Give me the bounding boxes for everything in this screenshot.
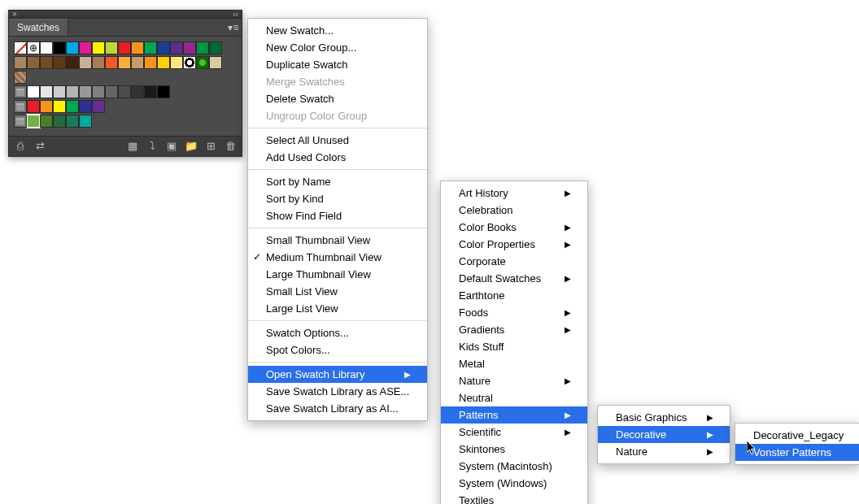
menu-item[interactable]: Save Swatch Library as AI... <box>248 400 427 417</box>
menu-item[interactable]: System (Macintosh) <box>441 458 587 475</box>
collapse-icon[interactable]: ‹‹ <box>233 10 238 19</box>
swatch[interactable] <box>40 56 53 69</box>
swatch-none[interactable] <box>14 41 27 54</box>
menu-item[interactable]: Small List View <box>248 283 427 300</box>
swatch[interactable] <box>157 85 170 98</box>
panel-menu-icon[interactable]: ▾≡ <box>225 22 242 33</box>
swatch-pattern[interactable] <box>14 71 27 84</box>
new-color-group-icon[interactable]: ▣ <box>165 140 178 153</box>
swatch[interactable] <box>92 41 105 54</box>
menu-item[interactable]: Decorative▶ <box>598 426 730 443</box>
menu-item[interactable]: Kids Stuff <box>441 338 587 355</box>
swatch-registration[interactable]: ⊕ <box>27 41 40 54</box>
show-list-icon[interactable]: ▦ <box>126 140 139 153</box>
menu-item[interactable]: Patterns▶ <box>441 406 587 424</box>
swatch[interactable] <box>66 100 79 113</box>
swatch[interactable] <box>66 115 79 128</box>
menu-item[interactable]: Nature▶ <box>441 372 587 389</box>
swatch-libraries-icon[interactable]: ⎙ <box>14 140 27 153</box>
swatch[interactable] <box>209 56 222 69</box>
swatch[interactable] <box>79 85 92 98</box>
menu-item[interactable]: Sort by Kind <box>248 190 427 207</box>
swatch[interactable] <box>92 85 105 98</box>
menu-item[interactable]: Default Swatches▶ <box>441 270 587 287</box>
swatch[interactable] <box>131 85 144 98</box>
menu-item[interactable]: Select All Unused <box>248 132 427 149</box>
swatch[interactable] <box>105 85 118 98</box>
swatch[interactable] <box>118 85 131 98</box>
menu-item[interactable]: Foods▶ <box>441 304 587 321</box>
close-icon[interactable]: × <box>12 10 17 19</box>
menu-item[interactable]: Skintones <box>441 441 587 458</box>
menu-item[interactable]: Color Books▶ <box>441 219 587 236</box>
swatch[interactable] <box>183 41 196 54</box>
menu-item[interactable]: Metal <box>441 355 587 372</box>
menu-item[interactable]: Gradients▶ <box>441 321 587 338</box>
swatch[interactable] <box>209 41 222 54</box>
swatch[interactable] <box>79 115 92 128</box>
swatch-pattern[interactable] <box>196 56 209 69</box>
swatch[interactable] <box>157 56 170 69</box>
swatch[interactable] <box>170 41 183 54</box>
menu-item[interactable]: Show Find Field <box>248 207 427 224</box>
swatch[interactable] <box>27 115 40 128</box>
menu-item[interactable]: Corporate <box>441 253 587 270</box>
menu-item[interactable]: Basic Graphics▶ <box>598 409 730 426</box>
swatch[interactable] <box>92 100 105 113</box>
swatch[interactable] <box>105 56 118 69</box>
swatch[interactable] <box>40 41 53 54</box>
swatch[interactable] <box>40 115 53 128</box>
menu-item[interactable]: Scientific▶ <box>441 424 587 441</box>
swatch[interactable] <box>53 41 66 54</box>
menu-item[interactable]: Add Used Colors <box>248 149 427 166</box>
swatch[interactable] <box>118 41 131 54</box>
menu-item[interactable]: Open Swatch Library▶ <box>248 366 427 383</box>
color-group-folder-icon[interactable] <box>14 100 27 113</box>
menu-item[interactable]: Art History▶ <box>441 185 587 202</box>
swatch[interactable] <box>196 41 209 54</box>
swatch[interactable] <box>118 56 131 69</box>
menu-item[interactable]: Spot Colors... <box>248 341 427 358</box>
swatch[interactable] <box>53 56 66 69</box>
swatch[interactable] <box>40 100 53 113</box>
swatch[interactable] <box>53 100 66 113</box>
menu-item[interactable]: New Color Group... <box>248 39 427 56</box>
swatch[interactable] <box>79 56 92 69</box>
menu-item[interactable]: Delete Swatch <box>248 90 427 107</box>
swatch[interactable] <box>79 41 92 54</box>
swatch[interactable] <box>14 56 27 69</box>
menu-item[interactable]: Decorative_Legacy <box>735 427 859 444</box>
menu-item[interactable]: Small Thumbnail View <box>248 232 427 249</box>
swatch[interactable] <box>157 41 170 54</box>
swatch[interactable] <box>144 41 157 54</box>
swatch[interactable] <box>27 85 40 98</box>
swatch-kinds-icon[interactable]: ⇄ <box>33 140 46 153</box>
menu-item[interactable]: Nature▶ <box>598 443 730 460</box>
swatch[interactable] <box>170 56 183 69</box>
swatch[interactable] <box>66 41 79 54</box>
swatch[interactable] <box>53 115 66 128</box>
swatch[interactable] <box>105 41 118 54</box>
menu-item[interactable]: Earthtone <box>441 287 587 304</box>
menu-item[interactable]: Large List View <box>248 300 427 317</box>
swatch[interactable] <box>92 56 105 69</box>
menu-item[interactable]: ✓Medium Thumbnail View <box>248 249 427 266</box>
swatch[interactable] <box>53 85 66 98</box>
swatch[interactable] <box>131 56 144 69</box>
panel-titlebar[interactable]: × ‹‹ <box>9 11 242 19</box>
new-folder-icon[interactable]: 📁 <box>185 140 198 153</box>
menu-item[interactable]: Celebration <box>441 202 587 219</box>
swatch[interactable] <box>27 100 40 113</box>
menu-item[interactable]: Large Thumbnail View <box>248 266 427 283</box>
menu-item[interactable]: Save Swatch Library as ASE... <box>248 383 427 400</box>
swatch[interactable] <box>131 41 144 54</box>
color-group-folder-icon[interactable] <box>14 115 27 128</box>
swatch-pattern[interactable] <box>183 56 196 69</box>
swatches-tab[interactable]: Swatches <box>9 19 68 36</box>
swatch-options-icon[interactable]: ⤵ <box>146 140 159 153</box>
menu-item[interactable]: Textiles <box>441 492 587 504</box>
menu-item[interactable]: New Swatch... <box>248 22 427 39</box>
swatch[interactable] <box>79 100 92 113</box>
swatch[interactable] <box>144 56 157 69</box>
menu-item[interactable]: Sort by Name <box>248 173 427 190</box>
